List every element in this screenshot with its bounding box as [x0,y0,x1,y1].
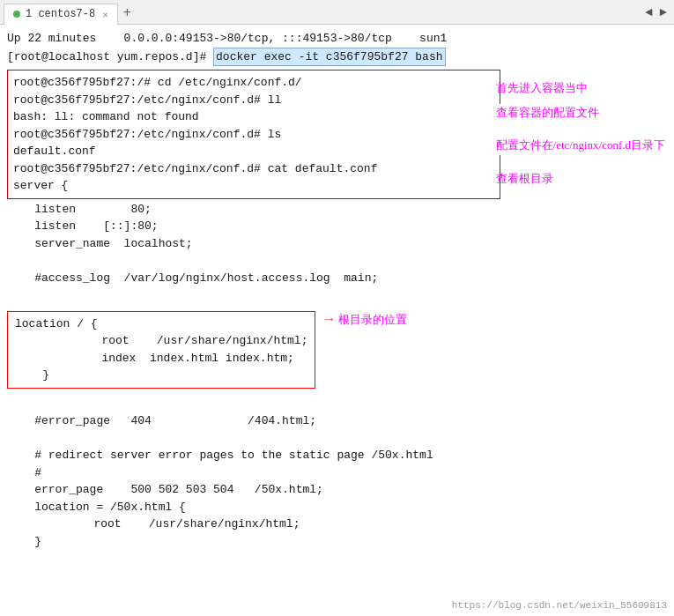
main-window: 1 centos7-8 ✕ + ◄ ► Up 22 minutes 0.0.0.… [0,0,674,616]
new-tab-button[interactable]: + [118,5,137,19]
terminal-tab[interactable]: 1 centos7-8 ✕ [4,4,118,25]
location-line4: } [15,367,307,384]
annotation-enter-container: 首先进入容器当中 [496,79,665,97]
nav-left-button[interactable]: ◄ [645,5,652,19]
terminal-line-7: default.conf [13,143,494,160]
terminal-line-servername: server_name localhost; [7,235,667,253]
location-box: location / { root /usr/share/nginx/html;… [7,311,315,389]
terminal-line-blank3 [7,396,667,413]
nav-right-button[interactable]: ► [660,5,667,19]
title-bar-controls: ◄ ► [645,5,670,19]
terminal-line-listen1: listen 80; [7,201,667,219]
annotation-3: 查看根目录 [496,170,665,188]
location-line3: index index.html index.htm; [15,350,307,367]
location-section: location / { root /usr/share/nginx/html;… [7,308,667,392]
terminal-line-blank1 [7,252,667,270]
terminal-line-error-page: #error_page 404 /404.html; [7,412,667,430]
terminal-line-6: root@c356f795bf27:/etc/nginx/conf.d# ls [13,126,494,144]
terminal-line-3: root@c356f795bf27:/# cd /etc/nginx/conf.… [13,74,494,92]
annotation-box-group: 查看容器的配置文件 配置文件在/etc/nginx/conf.d目录下 查看根目… [496,104,665,156]
terminal-line-1: Up 22 minutes 0.0.0.0:49153->80/tcp, :::… [7,30,667,48]
tab-label: 1 centos7-8 [26,8,95,20]
tab-status-dot [13,11,20,18]
terminal-content[interactable]: Up 22 minutes 0.0.0.0:49153->80/tcp, :::… [0,25,674,616]
tab-close-button[interactable]: ✕ [102,9,108,20]
annotation-1: 查看容器的配置文件 [496,104,665,122]
location-annotation-text: 根目录的位置 [338,311,407,329]
location-annotation-wrapper: → 根目录的位置 [324,309,407,330]
terminal-line-redirect-comment: # redirect server error pages to the sta… [7,447,667,464]
terminal-line-blank4 [7,430,667,448]
terminal-line-2-wrapper: [root@localhost yum.repos.d]# docker exe… [7,48,667,67]
terminal-line-blank2 [7,286,667,304]
terminal-line-5: bash: ll: command not found [13,108,494,126]
terminal-line-access-log: #access_log /var/log/nginx/host.access.l… [7,270,667,287]
terminal-command-highlight: docker exec -it c356f795bf27 bash [213,48,445,67]
terminal-line-closebrace: } [7,533,667,551]
tab-bar: 1 centos7-8 ✕ + [4,2,137,23]
floating-annotations: 首先进入容器当中 查看容器的配置文件 配置文件在/etc/nginx/conf.… [496,79,665,155]
terminal-line-4: root@c356f795bf27:/etc/nginx/conf.d# ll [13,92,494,109]
title-bar: 1 centos7-8 ✕ + ◄ ► [0,0,674,25]
terminal-line-2-prompt: [root@localhost yum.repos.d]# [7,48,213,66]
terminal-line-9: server { [13,177,494,195]
terminal-line-8: root@c356f795bf27:/etc/nginx/conf.d# cat… [13,160,494,178]
location-line2: root /usr/share/nginx/html; [15,332,307,350]
location-line1: location / { [15,315,307,333]
annotation-2: 配置文件在/etc/nginx/conf.d目录下 [496,137,665,154]
highlighted-section: root@c356f795bf27:/# cd /etc/nginx/conf.… [7,70,500,199]
arrow-icon: → [324,309,333,330]
watermark: https://blog.csdn.net/weixin_55609813 [452,598,667,613]
terminal-line-error-page2: error_page 500 502 503 504 /50x.html; [7,481,667,499]
terminal-line-hash: # [7,464,667,482]
terminal-line-location50x: location = /50x.html { [7,499,667,516]
terminal-line-listen2: listen [::]:80; [7,218,667,235]
terminal-line-root50x: root /usr/share/nginx/html; [7,516,667,533]
